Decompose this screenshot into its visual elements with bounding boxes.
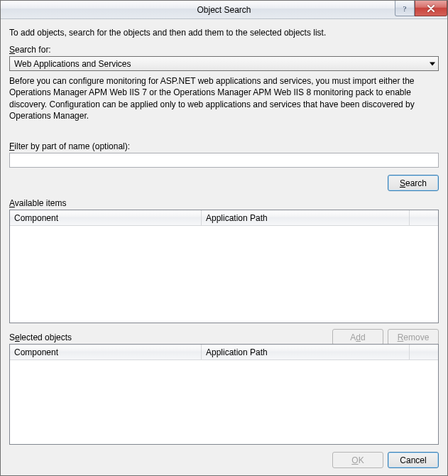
column-application-path[interactable]: Application Path	[202, 345, 410, 359]
filter-input[interactable]	[9, 153, 439, 168]
column-application-path[interactable]: Application Path	[202, 210, 410, 225]
selected-objects-grid[interactable]: Component Application Path	[9, 344, 439, 445]
available-items-label: Available items	[9, 198, 439, 208]
search-for-value: Web Applications and Services	[14, 59, 131, 69]
description-text: Before you can configure monitoring for …	[9, 75, 439, 121]
search-button[interactable]: Search	[388, 175, 439, 191]
titlebar: Object Search ?	[1, 1, 447, 19]
column-component[interactable]: Component	[10, 210, 202, 225]
close-icon	[427, 5, 435, 12]
column-spacer	[410, 210, 438, 225]
ok-button: OK	[332, 452, 383, 468]
filter-label: Filter by part of name (optional):	[9, 141, 439, 151]
available-items-grid[interactable]: Component Application Path	[9, 210, 439, 323]
search-button-row: Search	[9, 175, 439, 191]
search-for-combo[interactable]: Web Applications and Services	[9, 56, 439, 71]
intro-text: To add objects, search for the objects a…	[9, 28, 439, 38]
dialog-body: To add objects, search for the objects a…	[1, 19, 447, 475]
search-for-label: Search for:	[9, 45, 439, 55]
cancel-button[interactable]: Cancel	[388, 452, 439, 468]
selected-objects-label: Selected objects	[9, 332, 72, 342]
window-title: Object Search	[1, 5, 447, 15]
help-icon: ?	[401, 4, 408, 13]
titlebar-buttons: ?	[395, 1, 447, 16]
chevron-down-icon	[430, 62, 435, 65]
available-grid-header: Component Application Path	[10, 210, 438, 226]
object-search-dialog: Object Search ? To add objects, search f…	[0, 0, 448, 476]
filter-block: Filter by part of name (optional):	[9, 141, 439, 168]
dialog-buttons: OK Cancel	[9, 452, 439, 468]
column-spacer	[410, 345, 438, 359]
column-component[interactable]: Component	[10, 345, 202, 359]
selected-grid-header: Component Application Path	[10, 345, 438, 360]
svg-text:?: ?	[403, 4, 407, 13]
help-button[interactable]: ?	[395, 1, 415, 16]
close-button[interactable]	[415, 1, 447, 16]
